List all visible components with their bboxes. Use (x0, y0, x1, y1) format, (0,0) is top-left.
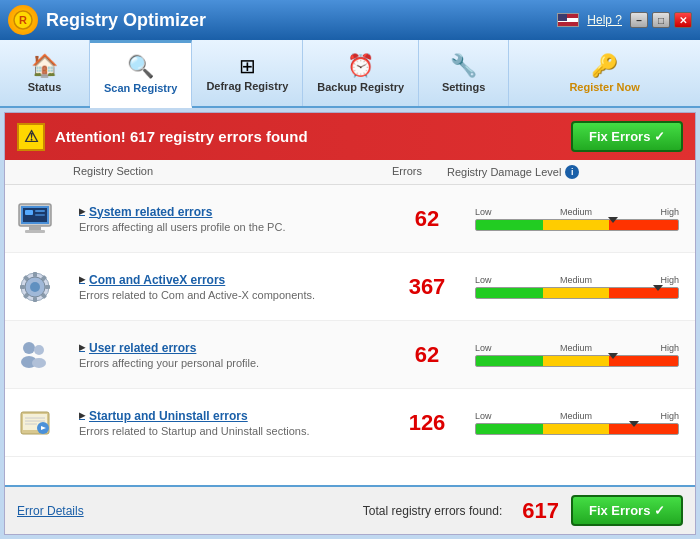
startup-info: Startup and Uninstall errors Errors rela… (73, 409, 387, 437)
col-errors-header: Errors (367, 165, 447, 179)
svg-point-12 (30, 282, 40, 292)
nav-label-status: Status (28, 81, 62, 93)
backup-icon: ⏰ (347, 53, 374, 79)
close-button[interactable]: ✕ (674, 12, 692, 28)
startup-damage-labels: Low Medium High (475, 411, 679, 421)
user-icon (13, 333, 57, 377)
total-count: 617 (522, 498, 559, 524)
scan-icon: 🔍 (127, 54, 154, 80)
startup-icon (13, 401, 57, 445)
user-damage-labels: Low Medium High (475, 343, 679, 353)
svg-point-21 (23, 342, 35, 354)
app-logo: R (8, 5, 38, 35)
user-desc: Errors affecting your personal profile. (79, 357, 381, 369)
table-row: User related errors Errors affecting you… (5, 321, 695, 389)
com-damage-bar (475, 287, 679, 299)
home-icon: 🏠 (31, 53, 58, 79)
user-errors: 62 (387, 342, 467, 368)
svg-text:R: R (19, 14, 27, 26)
com-damage-labels: Low Medium High (475, 275, 679, 285)
svg-rect-9 (35, 214, 45, 216)
nav-item-defrag[interactable]: ⊞ Defrag Registry (192, 40, 303, 106)
fix-errors-bottom-button[interactable]: Fix Errors ✓ (571, 495, 683, 526)
nav-item-backup[interactable]: ⏰ Backup Registry (303, 40, 419, 106)
nav-item-status[interactable]: 🏠 Status (0, 40, 90, 106)
svg-rect-17 (33, 297, 37, 302)
startup-damage: Low Medium High (467, 411, 687, 435)
registry-list: System related errors Errors affecting a… (5, 185, 695, 485)
startup-damage-marker (629, 421, 639, 427)
table-row: Startup and Uninstall errors Errors rela… (5, 389, 695, 457)
fix-errors-top-button[interactable]: Fix Errors ✓ (571, 121, 683, 152)
title-bar: R Registry Optimizer Help ? – □ ✕ (0, 0, 700, 40)
system-info: System related errors Errors affecting a… (73, 205, 387, 233)
com-errors: 367 (387, 274, 467, 300)
svg-rect-13 (33, 272, 37, 277)
system-icon (13, 197, 57, 241)
system-damage-labels: Low Medium High (475, 207, 679, 217)
flag-icon (557, 13, 579, 27)
com-info: Com and ActiveX errors Errors related to… (73, 273, 387, 301)
system-errors: 62 (387, 206, 467, 232)
table-row: System related errors Errors affecting a… (5, 185, 695, 253)
svg-rect-4 (29, 226, 41, 230)
svg-rect-7 (25, 210, 33, 215)
system-damage: Low Medium High (467, 207, 687, 231)
nav-item-scan[interactable]: 🔍 Scan Registry (90, 40, 192, 108)
nav-item-settings[interactable]: 🔧 Settings (419, 40, 509, 106)
svg-rect-15 (45, 285, 50, 289)
svg-point-23 (34, 345, 44, 355)
system-damage-bar (475, 219, 679, 231)
error-details-link[interactable]: Error Details (17, 504, 84, 518)
minimize-button[interactable]: – (630, 12, 648, 28)
nav-bar: 🏠 Status 🔍 Scan Registry ⊞ Defrag Regist… (0, 40, 700, 108)
nav-item-register[interactable]: 🔑 Register Now (509, 40, 700, 106)
startup-desc: Errors related to Startup and Uninstall … (79, 425, 381, 437)
info-icon: i (565, 165, 579, 179)
user-damage-marker (608, 353, 618, 359)
table-row: Com and ActiveX errors Errors related to… (5, 253, 695, 321)
com-desc: Errors related to Com and Active-X compo… (79, 289, 381, 301)
window-controls: – □ ✕ (630, 12, 692, 28)
svg-rect-19 (20, 285, 25, 289)
nav-label-settings: Settings (442, 81, 485, 93)
defrag-icon: ⊞ (239, 54, 256, 78)
app-title: Registry Optimizer (46, 10, 557, 31)
startup-damage-bar (475, 423, 679, 435)
nav-label-backup: Backup Registry (317, 81, 404, 93)
maximize-button[interactable]: □ (652, 12, 670, 28)
user-damage-bar (475, 355, 679, 367)
system-desc: Errors affecting all users profile on th… (79, 221, 381, 233)
com-title[interactable]: Com and ActiveX errors (79, 273, 381, 287)
user-info: User related errors Errors affecting you… (73, 341, 387, 369)
nav-label-scan: Scan Registry (104, 82, 177, 94)
com-damage-marker (653, 285, 663, 291)
footer-right: Total registry errors found: 617 Fix Err… (363, 495, 683, 526)
nav-label-register: Register Now (569, 81, 639, 93)
settings-icon: 🔧 (450, 53, 477, 79)
col-icon (13, 165, 73, 179)
user-damage: Low Medium High (467, 343, 687, 367)
svg-point-24 (32, 358, 46, 368)
col-damage-header: Registry Damage Level i (447, 165, 667, 179)
alert-banner: ⚠ Attention! 617 registry errors found F… (5, 113, 695, 160)
nav-label-defrag: Defrag Registry (206, 80, 288, 92)
svg-rect-8 (35, 210, 45, 212)
footer: Error Details Total registry errors foun… (5, 485, 695, 534)
table-header: Registry Section Errors Registry Damage … (5, 160, 695, 185)
svg-rect-5 (25, 230, 45, 233)
system-damage-marker (608, 217, 618, 223)
alert-text: Attention! 617 registry errors found (55, 128, 561, 145)
help-link[interactable]: Help ? (587, 13, 622, 27)
com-damage: Low Medium High (467, 275, 687, 299)
col-section-header: Registry Section (73, 165, 367, 179)
user-title[interactable]: User related errors (79, 341, 381, 355)
register-icon: 🔑 (591, 53, 618, 79)
com-icon (13, 265, 57, 309)
warning-icon: ⚠ (17, 123, 45, 151)
startup-title[interactable]: Startup and Uninstall errors (79, 409, 381, 423)
main-content: ⚠ Attention! 617 registry errors found F… (4, 112, 696, 535)
system-title[interactable]: System related errors (79, 205, 381, 219)
startup-errors: 126 (387, 410, 467, 436)
total-label: Total registry errors found: (363, 504, 502, 518)
